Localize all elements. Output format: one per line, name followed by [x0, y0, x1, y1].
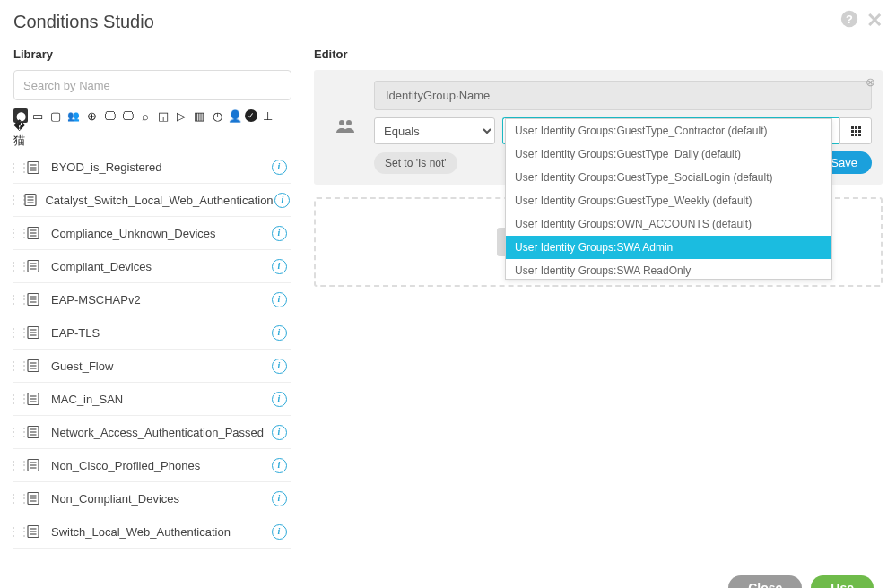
svg-point-51 [346, 120, 352, 125]
grid-icon [851, 126, 861, 136]
library-item[interactable]: ⋮⋮Network_Access_Authentication_Passed [13, 416, 291, 449]
svg-point-50 [339, 120, 344, 125]
library-item[interactable]: ⋮⋮Non_Cisco_Profiled_Phones [13, 449, 291, 482]
radio-icon[interactable]: ⊥ [259, 108, 275, 124]
dropdown-option[interactable]: User Identity Groups:GuestType_Weekly (d… [506, 189, 831, 212]
document-icon [22, 193, 38, 207]
drag-handle-icon[interactable]: ⋮⋮ [13, 316, 22, 349]
document-icon [22, 425, 44, 439]
operator-select[interactable]: Equals [374, 117, 495, 144]
drag-handle-icon[interactable]: ⋮⋮ [13, 449, 22, 481]
close-icon[interactable]: ✕ [866, 9, 883, 34]
library-item[interactable]: ⋮⋮Guest_Flow [13, 350, 291, 383]
device-icon[interactable]: ▢ [48, 108, 64, 124]
dropdown-option[interactable]: User Identity Groups:SWA Admin [506, 236, 831, 259]
library-item[interactable]: ⋮⋮Compliant_Devices [13, 250, 291, 283]
drag-handle-icon[interactable]: ⋮⋮ [13, 383, 22, 415]
window-icon[interactable]: ◲ [155, 108, 171, 124]
info-icon[interactable] [266, 359, 291, 374]
wifi-icon[interactable]: �猫 [13, 125, 30, 142]
library-item[interactable]: ⋮⋮Catalyst_Switch_Local_Web_Authenticati… [13, 184, 291, 217]
filter-icon-toolbar: ⬤ ▭ ▢ 👥 ⊕ 🖵 🖵 ⌕ ◲ ▷ ▥ ◷ 👤 ✓ ⊥ �猫 [13, 108, 291, 142]
drag-handle-icon[interactable]: ⋮⋮ [13, 350, 22, 382]
info-icon[interactable] [266, 524, 291, 540]
document-icon [22, 325, 44, 340]
card-icon[interactable]: ▭ [30, 108, 46, 124]
screen-icon[interactable]: 🖵 [119, 108, 135, 124]
drag-handle-icon[interactable]: ⋮⋮ [13, 482, 22, 514]
close-button[interactable]: Close [728, 575, 802, 588]
document-icon [22, 524, 44, 539]
info-icon[interactable] [266, 292, 291, 307]
condition-card: ⊗ IdentityGroup·Name Equals [314, 70, 883, 185]
info-icon[interactable] [266, 259, 291, 274]
library-item-label: EAP-TLS [44, 326, 266, 340]
document-icon [22, 292, 44, 307]
drag-handle-icon[interactable]: ⋮⋮ [13, 184, 22, 216]
drag-handle-icon[interactable]: ⋮⋮ [13, 151, 22, 183]
dropdown-option[interactable]: User Identity Groups:GuestType_SocialLog… [506, 166, 831, 189]
value-picker-button[interactable] [839, 117, 872, 144]
document-icon [22, 491, 44, 506]
document-icon [22, 226, 44, 240]
use-button[interactable]: Use [811, 575, 874, 588]
library-item[interactable]: ⋮⋮Non_Compliant_Devices [13, 482, 291, 515]
library-heading: Library [13, 48, 291, 61]
library-item-label: Network_Access_Authentication_Passed [44, 426, 266, 439]
drag-handle-icon[interactable]: ⋮⋮ [13, 515, 22, 548]
monitor-icon[interactable]: 🖵 [101, 108, 117, 124]
library-item[interactable]: ⋮⋮EAP-MSCHAPv2 [13, 283, 291, 316]
info-icon[interactable] [266, 491, 291, 506]
document-icon [22, 392, 44, 406]
help-icon[interactable]: ? [839, 9, 859, 34]
library-item-label: MAC_in_SAN [44, 393, 266, 406]
library-item-label: Non_Cisco_Profiled_Phones [44, 459, 266, 472]
clear-condition-icon[interactable]: ⊗ [866, 75, 875, 89]
library-item[interactable]: ⋮⋮EAP-TLS [13, 316, 291, 350]
users-icon[interactable]: 👥 [65, 108, 82, 124]
value-dropdown: User Identity Groups:GuestType_Contracto… [505, 118, 832, 280]
library-item-label: Non_Compliant_Devices [44, 492, 266, 506]
library-item[interactable]: ⋮⋮BYOD_is_Registered [13, 151, 291, 184]
document-icon [22, 259, 44, 273]
drag-handle-icon[interactable]: ⋮⋮ [13, 416, 22, 448]
library-item-label: Compliance_Unknown_Devices [44, 227, 266, 240]
info-icon[interactable] [266, 160, 291, 175]
hierarchy-icon[interactable]: ⌕ [137, 108, 153, 124]
user-icon[interactable]: 👤 [227, 108, 243, 124]
document-icon [22, 160, 44, 175]
info-icon[interactable] [266, 325, 291, 341]
globe-icon[interactable]: ⊕ [83, 108, 100, 124]
dropdown-option[interactable]: User Identity Groups:GuestType_Daily (de… [506, 143, 831, 166]
library-item-label: Guest_Flow [44, 359, 266, 373]
library-item-label: Compliant_Devices [44, 260, 266, 273]
library-item-label: Catalyst_Switch_Local_Web_Authentication [38, 194, 273, 207]
dropdown-option[interactable]: User Identity Groups:OWN_ACCOUNTS (defau… [506, 212, 831, 236]
info-icon[interactable] [266, 226, 291, 241]
clock-icon[interactable]: ◷ [209, 108, 225, 124]
info-icon[interactable] [266, 392, 291, 407]
info-icon[interactable] [266, 458, 291, 473]
drag-handle-icon[interactable]: ⋮⋮ [13, 283, 22, 316]
search-input[interactable] [13, 70, 291, 100]
drag-handle-icon[interactable]: ⋮⋮ [13, 250, 22, 282]
play-icon[interactable]: ▷ [173, 108, 189, 124]
library-item[interactable]: ⋮⋮Compliance_Unknown_Devices [13, 217, 291, 250]
library-item[interactable]: ⋮⋮Switch_Local_Web_Authentication [13, 515, 291, 549]
attribute-field[interactable]: IdentityGroup·Name [374, 81, 872, 110]
info-icon[interactable] [266, 425, 291, 440]
svg-text:?: ? [846, 13, 853, 26]
building-icon[interactable]: ▥ [191, 108, 207, 124]
library-item-label: BYOD_is_Registered [44, 160, 266, 174]
set-is-not-button[interactable]: Set to 'Is not' [374, 152, 457, 174]
dropdown-option[interactable]: User Identity Groups:SWA ReadOnly [506, 259, 831, 280]
info-icon[interactable] [274, 193, 291, 208]
document-icon [22, 359, 44, 373]
library-item-label: Switch_Local_Web_Authentication [44, 525, 266, 539]
check-icon[interactable]: ✓ [245, 109, 257, 122]
library-list: ⋮⋮BYOD_is_Registered⋮⋮Catalyst_Switch_Lo… [13, 151, 291, 549]
document-icon [22, 458, 44, 472]
drag-handle-icon[interactable]: ⋮⋮ [13, 217, 22, 249]
dropdown-option[interactable]: User Identity Groups:GuestType_Contracto… [506, 119, 831, 143]
library-item[interactable]: ⋮⋮MAC_in_SAN [13, 383, 291, 416]
